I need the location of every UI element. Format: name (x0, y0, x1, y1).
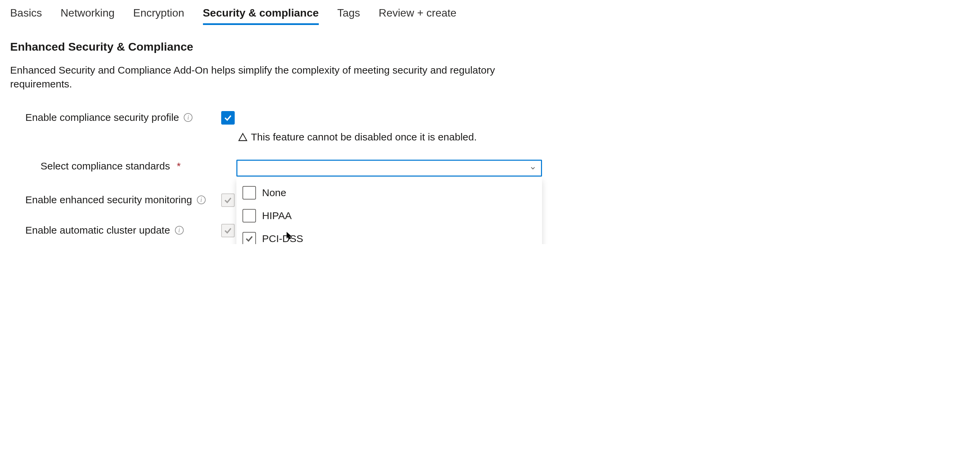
tab-basics[interactable]: Basics (10, 7, 42, 25)
profile-warning-text: This feature cannot be disabled once it … (251, 131, 477, 143)
wizard-tabs: Basics Networking Encryption Security & … (10, 7, 970, 25)
tab-encryption[interactable]: Encryption (133, 7, 184, 25)
option-label: HIPAA (262, 210, 292, 221)
standards-dropdown-toggle[interactable] (236, 160, 542, 177)
standards-dropdown: None HIPAA PCI-DSS (236, 160, 542, 177)
option-label: PCI-DSS (262, 233, 303, 244)
tab-networking[interactable]: Networking (60, 7, 115, 25)
option-checkbox[interactable] (242, 232, 256, 244)
settings-form: Enable compliance security profile i Thi… (10, 111, 970, 237)
section-description: Enhanced Security and Compliance Add-On … (10, 64, 500, 91)
tab-tags[interactable]: Tags (337, 7, 360, 25)
monitoring-label: Enable enhanced security monitoring (25, 194, 192, 205)
standards-label: Select compliance standards (41, 161, 170, 172)
autoupdate-label-row: Enable automatic cluster update i (25, 224, 221, 236)
profile-label: Enable compliance security profile (25, 112, 179, 123)
standards-value: None HIPAA PCI-DSS (221, 160, 970, 177)
required-marker: * (177, 161, 181, 172)
info-icon[interactable]: i (184, 113, 192, 122)
standards-option-pci-dss[interactable]: PCI-DSS (236, 227, 542, 244)
info-icon[interactable]: i (197, 196, 206, 204)
standards-label-row: Select compliance standards * (25, 160, 221, 172)
autoupdate-label: Enable automatic cluster update (25, 224, 170, 236)
profile-checkbox[interactable] (221, 111, 235, 124)
chevron-down-icon (530, 165, 536, 172)
section-title: Enhanced Security & Compliance (10, 40, 970, 53)
monitoring-label-row: Enable enhanced security monitoring i (25, 194, 221, 205)
standards-dropdown-list: None HIPAA PCI-DSS (236, 178, 542, 244)
profile-value (221, 111, 970, 124)
option-checkbox[interactable] (242, 186, 256, 199)
tab-security-compliance[interactable]: Security & compliance (203, 7, 319, 25)
option-label: None (262, 187, 286, 199)
standards-option-none[interactable]: None (236, 181, 542, 204)
tab-review-create[interactable]: Review + create (379, 7, 456, 25)
option-checkbox[interactable] (242, 209, 256, 223)
info-icon[interactable]: i (175, 226, 184, 235)
standards-option-hipaa[interactable]: HIPAA (236, 204, 542, 227)
monitoring-checkbox (221, 194, 235, 207)
profile-warning: This feature cannot be disabled once it … (238, 131, 970, 143)
autoupdate-checkbox (221, 224, 235, 237)
warning-icon (238, 132, 248, 142)
profile-label-row: Enable compliance security profile i (25, 111, 221, 123)
